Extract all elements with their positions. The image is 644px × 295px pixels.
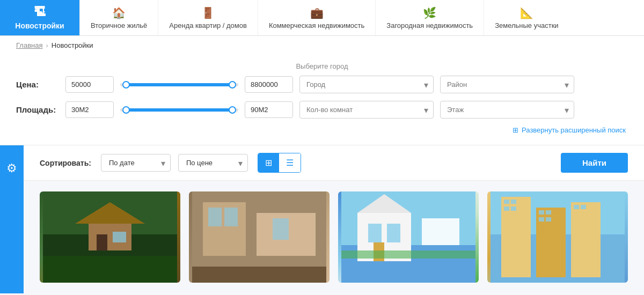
- nav-item-country-label: Загородная недвижимость: [386, 21, 473, 30]
- breadcrumb-current: Новостройки: [52, 41, 93, 49]
- house-icon: 🏠: [112, 6, 126, 19]
- nav-item-commercial[interactable]: 💼 Коммерческая недвижимость: [258, 0, 375, 35]
- district-select[interactable]: Район: [440, 76, 574, 93]
- nav-item-rental-label: Аренда квартир / домов: [169, 21, 247, 30]
- svg-rect-30: [511, 200, 516, 204]
- svg-rect-28: [571, 202, 601, 277]
- breadcrumb-home[interactable]: Главная: [16, 41, 42, 49]
- nav-item-rental[interactable]: 🚪 Аренда квартир / домов: [158, 0, 258, 35]
- svg-rect-13: [273, 218, 289, 240]
- briefcase-icon: 💼: [310, 6, 324, 19]
- nav-logo-label: Новостройки: [15, 21, 64, 30]
- svg-rect-6: [43, 256, 177, 283]
- floor-select[interactable]: Этаж: [440, 101, 574, 119]
- svg-rect-19: [368, 224, 382, 242]
- svg-rect-5: [113, 232, 126, 242]
- nav-item-secondary[interactable]: 🏠 Вторичное жильё: [79, 0, 158, 35]
- svg-rect-4: [97, 234, 107, 250]
- advanced-search-link[interactable]: ⊞ Развернуть расширенный поиск: [16, 126, 628, 134]
- svg-rect-22: [422, 218, 459, 245]
- list-view-btn[interactable]: ☰: [279, 153, 301, 172]
- search-section: Выберите город Цена: Город Район Площадь…: [0, 55, 644, 145]
- area-slider-left-thumb[interactable]: [122, 106, 130, 114]
- svg-rect-23: [341, 250, 475, 259]
- sort-bar: Сортировать: По дате По цене ⊞ ☰ Найти: [24, 145, 644, 181]
- find-button[interactable]: Найти: [561, 153, 628, 173]
- svg-rect-37: [574, 205, 579, 209]
- breadcrumb: Главная › Новостройки: [0, 36, 644, 55]
- rooms-select-wrap[interactable]: Кол-во комнат: [299, 101, 434, 119]
- sort-price-wrap[interactable]: По цене: [178, 154, 248, 172]
- price-min-input[interactable]: [65, 76, 114, 93]
- leaf-icon: 🌿: [423, 6, 436, 19]
- sort-date-wrap[interactable]: По дате: [101, 154, 171, 172]
- svg-rect-34: [546, 210, 551, 215]
- page-wrapper: ⚙ Сортировать: По дате По цене ⊞ ☰ Найти: [0, 145, 644, 293]
- floor-select-wrap[interactable]: Этаж: [440, 101, 574, 119]
- nav-item-commercial-label: Коммерческая недвижимость: [269, 21, 364, 30]
- city-select[interactable]: Город: [299, 76, 434, 93]
- area-slider-right-thumb[interactable]: [229, 106, 236, 114]
- nav-logo-icon: 🏗: [34, 5, 46, 19]
- svg-rect-35: [539, 217, 544, 222]
- rooms-select[interactable]: Кол-во комнат: [299, 101, 434, 119]
- city-select-wrap[interactable]: Город: [299, 76, 434, 93]
- grid-view-btn[interactable]: ⊞: [258, 153, 279, 172]
- svg-rect-36: [546, 217, 551, 222]
- advanced-search-icon: ⊞: [513, 126, 518, 134]
- land-icon: 📐: [520, 6, 533, 19]
- svg-rect-38: [581, 205, 586, 209]
- svg-rect-14: [192, 267, 326, 283]
- property-card[interactable]: ♡: [338, 191, 479, 283]
- property-card[interactable]: ♡: [487, 191, 628, 283]
- nav-item-secondary-label: Вторичное жильё: [91, 21, 147, 30]
- area-row: Площадь: Кол-во комнат Этаж: [16, 101, 628, 119]
- svg-rect-10: [208, 208, 222, 226]
- area-label: Площадь:: [16, 105, 59, 114]
- price-slider-right-thumb[interactable]: [229, 81, 236, 88]
- door-icon: 🚪: [201, 6, 215, 19]
- property-card[interactable]: ♡: [40, 191, 180, 283]
- svg-rect-33: [539, 210, 544, 215]
- property-card[interactable]: ♡: [189, 191, 330, 283]
- side-settings-btn[interactable]: ⚙: [0, 145, 24, 293]
- breadcrumb-separator: ›: [46, 41, 48, 49]
- price-label: Цена:: [16, 80, 59, 89]
- svg-rect-31: [504, 206, 509, 211]
- nav-item-country[interactable]: 🌿 Загородная недвижимость: [375, 0, 484, 35]
- view-toggle: ⊞ ☰: [258, 153, 301, 173]
- price-max-input[interactable]: [245, 76, 293, 93]
- cards-section: ♡ ♡: [24, 181, 644, 293]
- sort-label: Сортировать:: [40, 159, 91, 167]
- main-content: Сортировать: По дате По цене ⊞ ☰ Найти ♡: [24, 145, 644, 293]
- area-min-input[interactable]: [65, 101, 114, 118]
- nav-item-land-label: Земельные участки: [495, 21, 558, 30]
- district-select-wrap[interactable]: Район: [440, 76, 574, 93]
- svg-rect-32: [511, 206, 516, 211]
- area-range-slider[interactable]: [120, 103, 238, 117]
- nav-logo[interactable]: 🏗 Новостройки: [0, 0, 79, 35]
- price-range-slider[interactable]: [120, 78, 238, 92]
- area-max-input[interactable]: [245, 101, 293, 118]
- city-hint: Выберите город: [16, 62, 628, 70]
- price-row: Цена: Город Район: [16, 76, 628, 93]
- nav-item-land[interactable]: 📐 Земельные участки: [484, 0, 569, 35]
- svg-rect-20: [387, 224, 400, 242]
- price-slider-left-thumb[interactable]: [122, 81, 130, 88]
- sort-date-select[interactable]: По дате: [101, 154, 171, 172]
- sort-price-select[interactable]: По цене: [178, 154, 248, 172]
- svg-rect-11: [224, 208, 238, 226]
- settings-icon[interactable]: ⚙: [6, 161, 17, 175]
- svg-rect-29: [504, 200, 509, 204]
- advanced-search-label: Развернуть расширенный поиск: [522, 126, 626, 134]
